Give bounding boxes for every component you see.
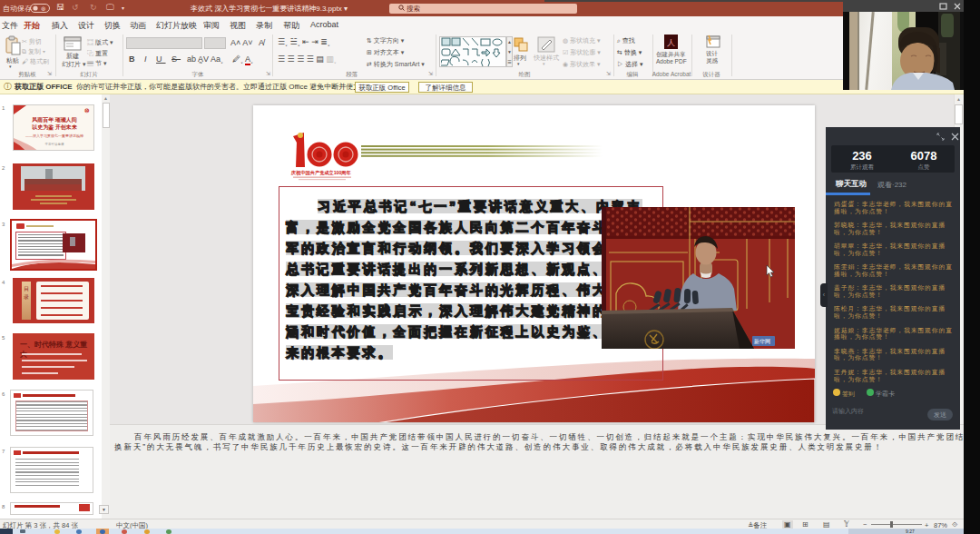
svg-text:⊛: ⊛ bbox=[41, 5, 46, 12]
svg-text:风雨百年 璀璨人间: 风雨百年 璀璨人间 bbox=[31, 116, 77, 124]
svg-text:新华网: 新华网 bbox=[754, 338, 770, 344]
svg-text:——深入学习贯彻七一重要讲话精神: ——深入学习贯彻七一重要讲话精神 bbox=[25, 134, 83, 139]
svg-text:⑩: ⑩ bbox=[84, 108, 90, 114]
svg-text:庆祝中国共产党成立100周年: 庆祝中国共产党成立100周年 bbox=[290, 170, 352, 176]
svg-text:以史为鉴 开创未来: 以史为鉴 开创未来 bbox=[32, 124, 78, 131]
svg-text:李志华讲党课: 李志华讲党课 bbox=[45, 142, 65, 146]
